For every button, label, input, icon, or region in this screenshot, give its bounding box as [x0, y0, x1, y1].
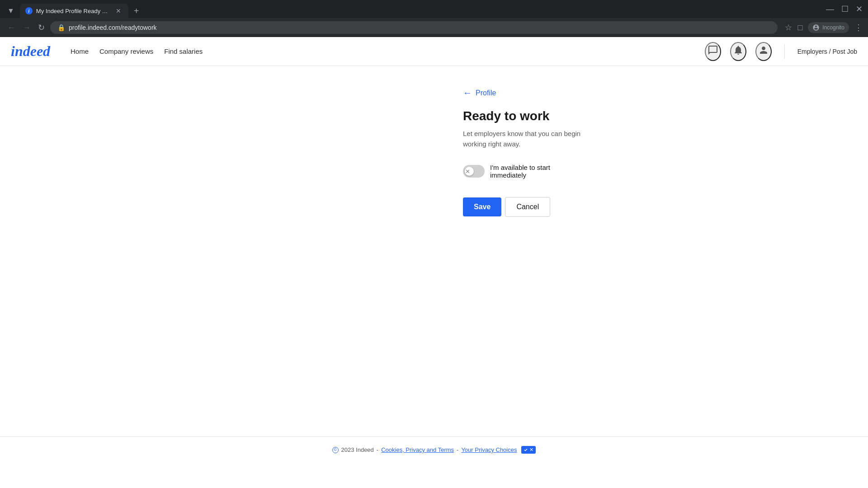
url-text: profile.indeed.com/readytowork — [69, 24, 770, 31]
back-label: Profile — [476, 89, 496, 97]
minimize-btn[interactable]: — — [826, 5, 834, 14]
nav-divider — [784, 44, 785, 59]
back-to-profile-link[interactable]: ← Profile — [463, 88, 586, 98]
tab-favicon: i — [25, 7, 33, 14]
tab-dropdown-btn[interactable]: ▼ — [4, 5, 18, 17]
new-tab-btn[interactable]: + — [130, 4, 143, 18]
address-bar[interactable]: 🔒 profile.indeed.com/readytowork — [50, 21, 778, 34]
tab-title: My Indeed Profile Ready To W... — [36, 8, 110, 14]
maximize-btn[interactable]: ☐ — [841, 4, 849, 14]
availability-toggle-row: ✕ I'm available to start immediately — [463, 164, 586, 179]
save-button[interactable]: Save — [463, 197, 501, 216]
nav-links: Home Company reviews Find salaries — [71, 46, 705, 57]
reload-btn[interactable]: ↻ — [36, 21, 47, 34]
privacy-badge-x: ✕ — [529, 447, 533, 453]
nav-icons: Employers / Post Job — [705, 42, 857, 61]
incognito-badge[interactable]: Incognito — [808, 22, 849, 33]
window-controls: — ☐ ✕ — [826, 4, 868, 18]
tab-bar: ▼ i My Indeed Profile Ready To W... ✕ + … — [0, 0, 868, 18]
active-tab[interactable]: i My Indeed Profile Ready To W... ✕ — [20, 4, 128, 18]
back-nav-btn[interactable]: ← — [5, 21, 17, 34]
back-arrow-icon: ← — [463, 88, 472, 98]
user-account-btn[interactable] — [755, 42, 772, 61]
forward-nav-btn[interactable]: → — [21, 21, 33, 34]
footer-dash-2: - — [457, 446, 458, 453]
page-footer: © 2023 Indeed - Cookies, Privacy and Ter… — [0, 436, 868, 463]
browser-toolbar: ← → ↻ 🔒 profile.indeed.com/readytowork ☆… — [0, 18, 868, 37]
browser-chrome: ▼ i My Indeed Profile Ready To W... ✕ + … — [0, 0, 868, 37]
main-nav: indeed Home Company reviews Find salarie… — [0, 37, 868, 66]
copyright-icon: © — [332, 447, 339, 453]
toggle-x-icon: ✕ — [465, 168, 470, 175]
indeed-logo[interactable]: indeed — [11, 42, 56, 61]
tab-close-btn[interactable]: ✕ — [114, 6, 123, 15]
toggle-label: I'm available to start immediately — [490, 164, 586, 179]
messages-btn[interactable] — [705, 42, 721, 61]
employers-link[interactable]: Employers / Post Job — [797, 48, 857, 55]
notifications-btn[interactable] — [730, 42, 746, 61]
privacy-choices-link[interactable]: Your Privacy Choices — [461, 446, 517, 453]
lock-icon: 🔒 — [57, 24, 65, 31]
toolbar-icons: ☆ □ Incognito ⋮ — [785, 22, 863, 33]
nav-find-salaries[interactable]: Find salaries — [164, 46, 203, 57]
close-btn[interactable]: ✕ — [856, 4, 863, 14]
nav-home[interactable]: Home — [71, 46, 89, 57]
content-container: ← Profile Ready to work Let employers kn… — [271, 88, 597, 217]
copyright-text: 2023 Indeed — [341, 446, 374, 453]
footer-dash-1: - — [377, 446, 378, 453]
privacy-choices-badge: ✕ — [521, 446, 536, 454]
incognito-label: Incognito — [822, 24, 844, 31]
main-content: ← Profile Ready to work Let employers kn… — [0, 66, 868, 436]
svg-text:indeed: indeed — [11, 43, 51, 59]
page-title: Ready to work — [463, 109, 586, 123]
action-buttons: Save Cancel — [463, 197, 586, 217]
page-description: Let employers know that you can begin wo… — [463, 129, 586, 149]
availability-toggle[interactable]: ✕ — [463, 165, 485, 178]
footer-text: © 2023 Indeed - Cookies, Privacy and Ter… — [0, 446, 868, 454]
menu-icon[interactable]: ⋮ — [854, 23, 863, 33]
bookmark-icon[interactable]: ☆ — [785, 23, 792, 33]
svg-text:i: i — [28, 9, 29, 14]
nav-company-reviews[interactable]: Company reviews — [99, 46, 153, 57]
cookies-privacy-terms-link[interactable]: Cookies, Privacy and Terms — [381, 446, 454, 453]
profile-icon[interactable]: □ — [797, 23, 802, 33]
cancel-button[interactable]: Cancel — [505, 197, 550, 217]
